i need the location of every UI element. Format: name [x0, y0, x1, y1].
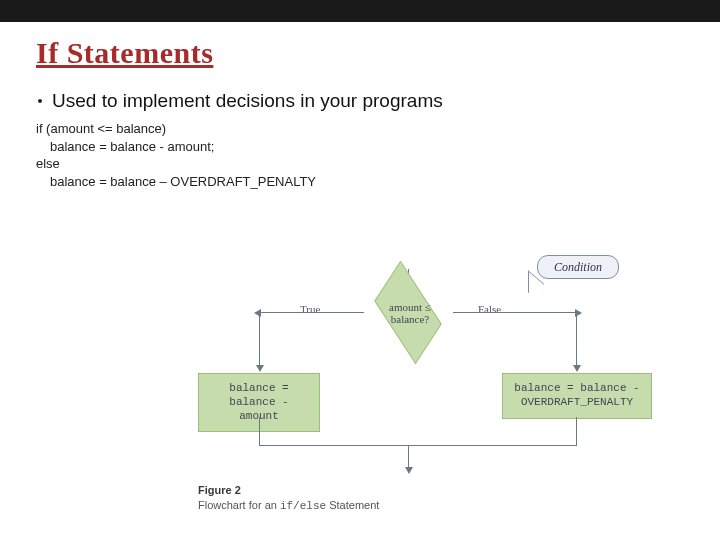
code-line-4: balance = balance – OVERDRAFT_PENALTY	[36, 173, 684, 191]
false-action-l2: OVERDRAFT_PENALTY	[521, 396, 633, 408]
figure-number: Figure 2	[198, 484, 241, 496]
decision-line1: amount ≤	[389, 301, 431, 313]
flow-line	[259, 312, 364, 313]
flow-line	[259, 417, 260, 445]
flow-line	[576, 312, 577, 367]
flow-line	[453, 312, 577, 313]
bullet-text: Used to implement decisions in your prog…	[52, 90, 443, 112]
true-action-l1: balance =	[229, 382, 288, 394]
flow-line	[259, 312, 260, 367]
bullet-item: Used to implement decisions in your prog…	[36, 90, 684, 112]
bullet-dot-icon	[38, 99, 42, 103]
code-line-2: balance = balance - amount;	[36, 138, 684, 156]
flow-line	[408, 445, 409, 469]
slide-body: If Statements Used to implement decision…	[0, 22, 720, 190]
slide-title: If Statements	[36, 36, 684, 70]
decision-label: amount ≤ balance?	[372, 301, 448, 325]
slide-top-bar	[0, 0, 720, 22]
code-block: if (amount <= balance) balance = balance…	[36, 120, 684, 190]
figure-caption-code: if/else	[280, 500, 326, 512]
figure-caption: Figure 2 Flowchart for an if/else Statem…	[198, 483, 379, 514]
flowchart: Condition amount ≤ balance? True False b…	[180, 255, 680, 515]
flow-line	[259, 445, 577, 446]
figure-caption-pre: Flowchart for an	[198, 499, 280, 511]
arrow-down-icon	[405, 467, 413, 474]
decision-line2: balance?	[391, 313, 429, 325]
code-line-1: if (amount <= balance)	[36, 121, 166, 136]
flow-line	[576, 417, 577, 445]
condition-callout: Condition	[537, 255, 619, 279]
code-line-3: else	[36, 156, 60, 171]
figure-caption-post: Statement	[326, 499, 379, 511]
false-action-l1: balance = balance -	[514, 382, 639, 394]
arrow-down-icon	[573, 365, 581, 372]
false-action-box: balance = balance - OVERDRAFT_PENALTY	[502, 373, 652, 419]
arrow-down-icon	[256, 365, 264, 372]
